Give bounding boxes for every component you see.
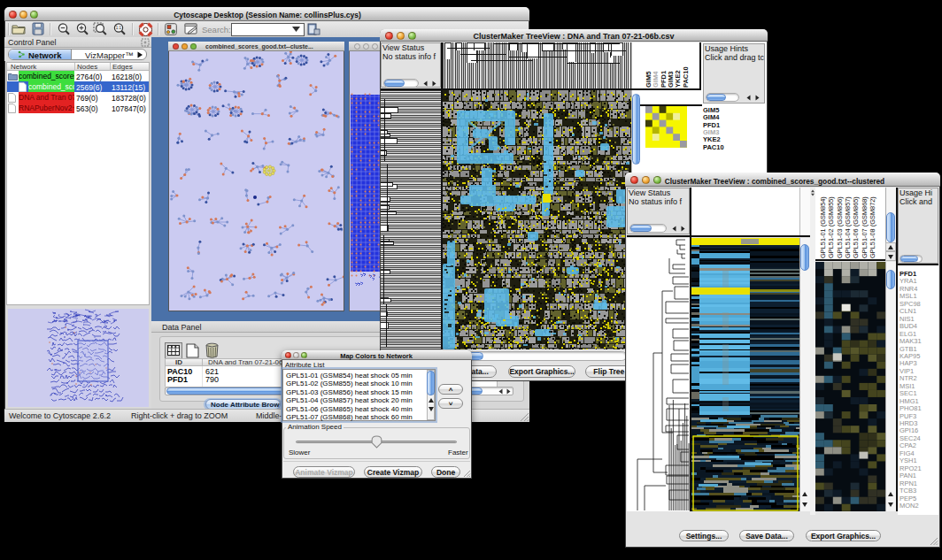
svg-text:GPL51-01 (GSM854): GPL51-01 (GSM854): [819, 196, 827, 258]
svg-text:1:1: 1:1: [116, 26, 122, 30]
svg-text:GPL51-08 (GSM872): GPL51-08 (GSM872): [869, 196, 876, 258]
svg-text:GPL51-07 (GSM868): GPL51-07 (GSM868): [861, 196, 869, 258]
svg-text:GPL51-02 (GSM855): GPL51-02 (GSM855): [827, 196, 835, 258]
svg-text:GPL51-04 (GSM857): GPL51-04 (GSM857): [844, 196, 852, 258]
svg-text:PAC10: PAC10: [682, 66, 690, 88]
svg-text:GPL51-03 (GSM856): GPL51-03 (GSM856): [836, 196, 844, 258]
svg-text:GPL51-06 (GSM865): GPL51-06 (GSM865): [852, 196, 860, 258]
